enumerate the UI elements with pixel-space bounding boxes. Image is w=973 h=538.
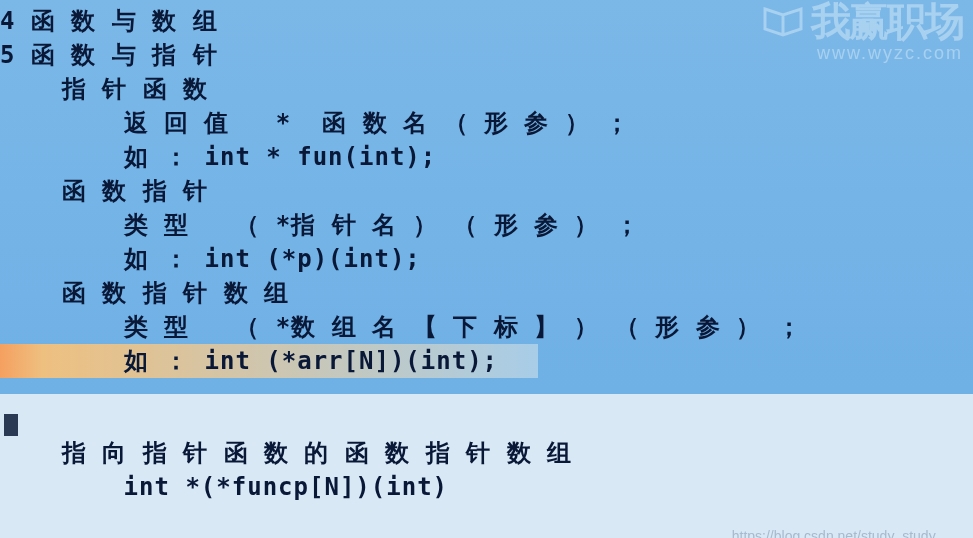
code-line-3: 指 针 函 数	[0, 72, 973, 106]
book-icon	[761, 1, 805, 48]
code-line-9: 函 数 指 针 数 组	[0, 276, 973, 310]
code-line-5: 如 ： int * fun(int);	[0, 140, 973, 174]
code-line-7: 类 型 （ *指 针 名 ） （ 形 参 ） ；	[0, 208, 973, 242]
code-line-11: 如 ： int (*arr[N])(int);	[0, 344, 973, 378]
code-line-8: 如 ： int (*p)(int);	[0, 242, 973, 276]
code-line-6: 函 数 指 针	[0, 174, 973, 208]
top-code-section: 我赢职场 www.wyzc.com 4 函 数 与 数 组 5 函 数 与 指 …	[0, 0, 973, 394]
highlighted-line: 如 ： int (*arr[N])(int);	[0, 344, 538, 378]
code-line-10: 类 型 （ *数 组 名 【 下 标 】 ） （ 形 参 ） ；	[0, 310, 973, 344]
brand-text: 我赢职场	[811, 0, 963, 43]
code-line-13: int *(*funcp[N])(int)	[0, 470, 973, 504]
bottom-code-section: 指 向 指 针 函 数 的 函 数 指 针 数 组 int *(*funcp[N…	[0, 394, 973, 538]
cursor-line	[0, 402, 973, 436]
code-line-4: 返 回 值 * 函 数 名 （ 形 参 ） ；	[0, 106, 973, 140]
code-line-12: 指 向 指 针 函 数 的 函 数 指 针 数 组	[0, 436, 973, 470]
text-cursor	[4, 414, 18, 436]
watermark-brand: 我赢职场 www.wyzc.com	[761, 0, 963, 64]
watermark-url: https://blog.csdn.net/study_study___	[732, 528, 959, 538]
